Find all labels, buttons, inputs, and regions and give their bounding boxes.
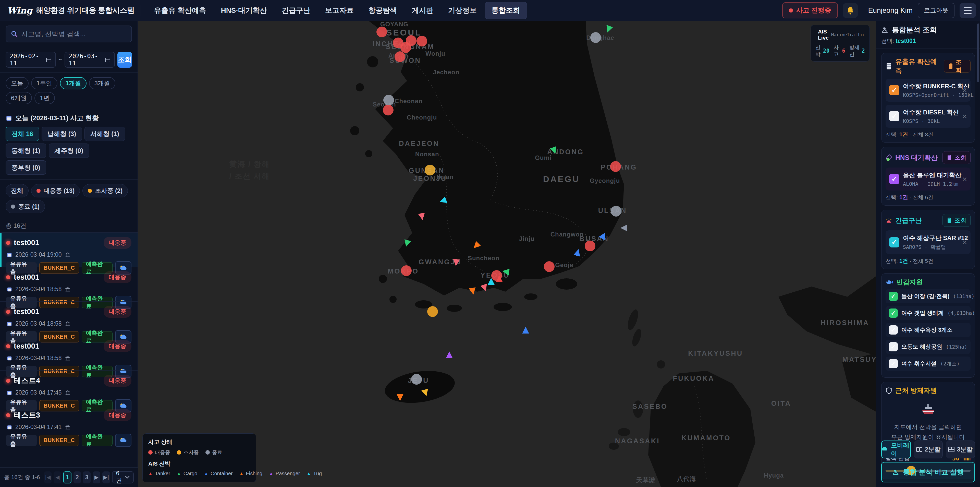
incident-list-item[interactable]: test001 대응중 2026-03-04 19:00 유류유출 BUNKER… [0,232,138,267]
sar-scenario-row[interactable]: ✓ 여수 해상구난 SAR #12 SAROPS · 확률맵 × [886,230,970,254]
resource-checkbox[interactable]: ✓ [889,292,898,301]
remove-scenario-icon[interactable]: × [962,238,967,247]
logout-button[interactable]: 로그아웃 [918,3,955,18]
sar-query-button[interactable]: 조회 [942,214,970,227]
region-chip[interactable]: 서해청 (1) [84,127,125,141]
range-chip[interactable]: 1주일 [31,77,57,89]
incident-marker[interactable] [585,241,595,251]
incident-active-badge[interactable]: 사고 진행중 [782,2,838,18]
prev-page-button[interactable]: ◀ [54,471,61,484]
date-query-button[interactable]: 조회 [118,52,132,68]
incident-marker[interactable] [611,206,621,217]
scenario-checkbox[interactable]: ✓ [889,237,899,247]
remove-scenario-icon[interactable]: × [962,112,967,121]
incident-list-item[interactable]: test001 대응중 2026-03-04 18:58 유류유출 BUNKER… [0,301,138,336]
page-number-button[interactable]: 3 [83,471,91,484]
range-chip[interactable]: 6개월 [6,92,32,104]
nav-item[interactable]: 항공탐색 [362,2,404,19]
resource-row[interactable]: ✓ 여수 갯벌 생태계 (4,013ha) [886,306,970,320]
incident-list-item[interactable]: 테스트3 대응중 2026-03-04 17:41 유류유출 BUNKER_C [0,405,138,439]
scenario-checkbox[interactable]: ✓ [889,111,899,121]
map-canvas[interactable]: 黄海 / 황해 / 조선 서해 GOYANG SEOUL INCHEON SEO… [138,21,876,487]
weather-button[interactable] [115,434,131,447]
spill-scenario-row[interactable]: ✓ 여수항 DIESEL 확산 KOSPS · 30kL × [886,105,970,128]
incident-marker[interactable] [395,51,405,62]
region-chip[interactable]: 전체 16 [6,127,39,141]
incident-marker[interactable] [401,265,412,276]
oil-spill-query-button[interactable]: 조회 [944,60,970,72]
split2-mode-button[interactable]: 2분할 [914,441,943,458]
date-from-input[interactable]: 2026-02-11 [6,52,56,68]
scenario-checkbox[interactable]: ✓ [889,85,899,95]
region-chip[interactable]: 제주청 (0) [49,144,89,158]
next-page-button[interactable]: ▶ [93,471,100,484]
region-chip[interactable]: 동해청 (1) [6,144,46,158]
page-number-button[interactable]: 1 [63,471,71,484]
range-chip[interactable]: 1개월 [60,77,86,89]
nav-item[interactable]: 보고자료 [318,2,360,19]
incident-marker[interactable] [383,95,394,105]
remove-scenario-icon[interactable]: × [962,174,967,184]
incident-marker[interactable] [411,374,422,385]
overlay-mode-button[interactable]: 오버레이 [881,441,911,458]
per-page-select[interactable]: 6건 [112,471,134,484]
range-chip[interactable]: 3개월 [89,77,115,89]
region-chip[interactable]: 남해청 (3) [41,127,82,141]
run-comparison-button[interactable]: 통합 분석 비교 실행 [881,462,975,482]
nav-item[interactable]: 유출유 확산예측 [148,2,213,19]
first-page-button[interactable]: |◀ [44,471,52,484]
nav-item[interactable]: 긴급구난 [275,2,317,19]
map-city-label: DAEJEON [399,139,439,147]
last-page-button[interactable]: ▶| [102,471,110,484]
status-filter-chip[interactable]: 종료 (1) [6,200,45,213]
nav-item[interactable]: HNS·대기확산 [214,2,273,19]
status-filter-chip[interactable]: 조사중 (2) [83,184,128,197]
incident-marker[interactable] [425,165,435,176]
remove-scenario-icon[interactable]: × [962,86,967,95]
incident-marker[interactable] [427,306,438,317]
app-title: 해양환경 위기대응 통합시스템 [36,5,135,16]
incident-status-dot-icon [6,344,10,348]
incident-marker[interactable] [417,36,427,46]
nav-item[interactable]: 게시판 [405,2,440,19]
resource-row[interactable]: ✓ 오동도 해상공원 (125ha) [886,340,970,354]
incident-marker[interactable] [590,32,601,43]
incident-list-item[interactable]: test001 대응중 2026-03-04 18:58 유류유출 BUNKER… [0,267,138,301]
incident-marker[interactable] [544,261,555,272]
resource-checkbox[interactable]: ✓ [889,359,898,368]
page-number-button[interactable]: 2 [73,471,81,484]
weather-cloud-icon [119,437,127,444]
map-city-label: KITAKYUSHU [688,349,743,357]
resource-row[interactable]: ✓ 여수 해수욕장 3개소 [886,323,970,337]
hns-query-button[interactable]: 조회 [942,151,970,164]
split3-mode-button[interactable]: 3분할 [946,441,975,458]
search-input[interactable] [21,30,127,38]
panel-scrollbar[interactable] [977,24,979,82]
hns-scenario-row[interactable]: ✓ 울산 톨루엔 대기확산 ALOHA · IDLH 1.2km × [886,168,970,190]
resource-row[interactable]: ✓ 돌산 어장 (김·전복) (131ha) [886,289,970,303]
incident-list-item[interactable]: test001 대응중 2026-03-04 18:58 유류유출 BUNKER… [0,336,138,370]
nav-item[interactable]: 기상정보 [442,2,484,19]
resource-row[interactable]: ✓ 여수 취수시설 (2개소) [886,356,970,371]
resource-checkbox[interactable]: ✓ [889,325,898,335]
spill-scenario-row[interactable]: ✓ 여수항 BUNKER-C 확산 KOSPS+OpenDrift · 150k… [886,79,970,102]
resource-checkbox[interactable]: ✓ [889,308,898,318]
incident-list-item[interactable]: 테스트4 대응중 2026-03-04 17:45 유류유출 BUNKER_C [0,370,138,405]
incident-marker[interactable] [383,105,393,115]
range-chip[interactable]: 오늘 [6,77,29,89]
notifications-button[interactable] [843,3,858,18]
resource-checkbox[interactable]: ✓ [889,342,898,351]
incident-marker[interactable] [406,35,417,46]
incident-marker[interactable] [376,27,387,37]
region-chip[interactable]: 중부청 (0) [6,160,46,175]
range-chip[interactable]: 1년 [35,92,55,104]
status-filter-chip[interactable]: 대응중 (13) [31,184,80,197]
hamburger-menu-button[interactable] [959,3,976,18]
nav-item[interactable]: 통합조회 [485,2,527,19]
status-filter-chip[interactable]: 전체 [6,184,29,197]
date-to-input[interactable]: 2026-03-11 [65,52,115,68]
incident-marker[interactable] [610,161,621,172]
search-box[interactable] [6,26,132,42]
incident-marker[interactable] [491,270,502,281]
scenario-checkbox[interactable]: ✓ [889,174,899,184]
